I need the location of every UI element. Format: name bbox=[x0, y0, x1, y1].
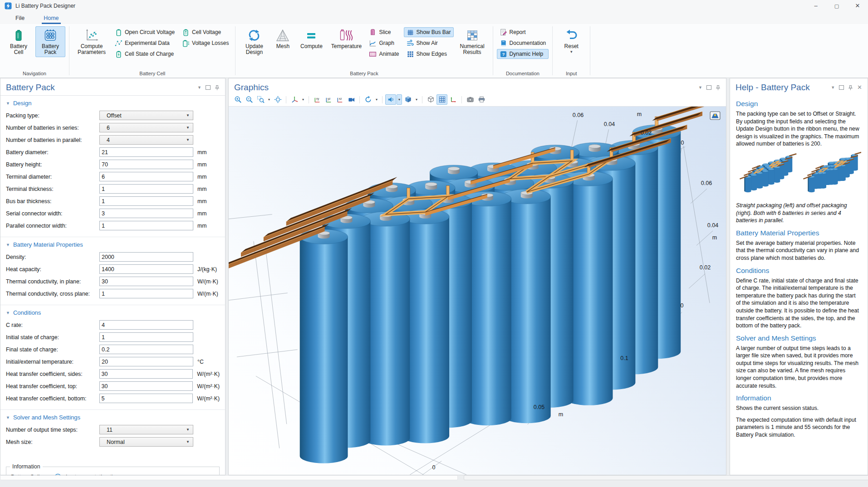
field-input[interactable] bbox=[99, 381, 193, 391]
pin-icon[interactable] bbox=[716, 85, 721, 91]
field-input[interactable] bbox=[99, 172, 193, 181]
reset-dropdown-caret[interactable]: ▾ bbox=[570, 51, 573, 53]
field-input[interactable] bbox=[99, 357, 193, 366]
field-input[interactable] bbox=[99, 184, 193, 194]
field-input[interactable] bbox=[99, 332, 193, 342]
field-input[interactable] bbox=[99, 160, 193, 169]
perspective-button[interactable] bbox=[346, 94, 357, 105]
field-input[interactable] bbox=[99, 320, 193, 330]
field-input[interactable] bbox=[99, 277, 193, 286]
view-yz-button[interactable] bbox=[323, 94, 334, 105]
update-design-button[interactable]: Update Design bbox=[239, 26, 269, 57]
panel-menu-icon[interactable]: ▼ bbox=[831, 85, 835, 90]
scene-light-dropdown-caret[interactable]: ▾ bbox=[414, 94, 419, 105]
ribbon-group-label-battery-cell: Battery Cell bbox=[69, 70, 235, 78]
view-xy-button[interactable] bbox=[312, 94, 323, 105]
pin-icon[interactable] bbox=[215, 85, 220, 91]
field-input[interactable] bbox=[99, 289, 193, 298]
field-label: Serial connector width: bbox=[6, 210, 99, 217]
compute-parameters-label: Compute Parameters bbox=[74, 44, 109, 56]
go-to-view-button[interactable] bbox=[289, 94, 300, 105]
default-view-icon[interactable] bbox=[710, 111, 721, 120]
rotate-button[interactable] bbox=[363, 94, 373, 105]
compute-button[interactable]: Compute bbox=[296, 26, 326, 51]
slice-button[interactable]: Slice bbox=[366, 27, 402, 37]
zoom-box-dropdown-caret[interactable]: ▾ bbox=[266, 94, 272, 105]
field-input[interactable] bbox=[99, 209, 193, 218]
transparency-button[interactable] bbox=[385, 94, 396, 105]
float-panel-icon[interactable] bbox=[206, 85, 211, 90]
show-bus-bar-button[interactable]: Show Bus Bar bbox=[404, 27, 454, 37]
view-xz-button[interactable] bbox=[334, 94, 345, 105]
zoom-extents-button[interactable] bbox=[272, 94, 283, 105]
documentation-icon bbox=[500, 39, 507, 47]
axis-tick-label: 0.02 bbox=[641, 130, 652, 136]
temperature-button[interactable]: Temperature bbox=[328, 26, 364, 51]
graphics-canvas[interactable]: 0.060.04m0.0200.060.04m0.0200.10.05m0 bbox=[229, 106, 726, 475]
report-button[interactable]: Report bbox=[497, 27, 549, 37]
zoom-out-button[interactable] bbox=[244, 94, 255, 105]
panel-menu-icon[interactable]: ▼ bbox=[197, 85, 201, 90]
field-input[interactable] bbox=[99, 252, 193, 262]
documentation-button[interactable]: Documentation bbox=[497, 38, 549, 48]
wireframe-button[interactable] bbox=[425, 94, 436, 105]
field-input[interactable] bbox=[99, 345, 193, 354]
print-button[interactable] bbox=[476, 94, 487, 105]
float-panel-icon[interactable] bbox=[839, 85, 844, 90]
show-edges-button[interactable]: Show Edges bbox=[404, 49, 454, 59]
go-to-view-dropdown-caret[interactable]: ▾ bbox=[300, 94, 306, 105]
field-select[interactable]: 11▼ bbox=[99, 425, 193, 434]
panel-menu-icon[interactable]: ▼ bbox=[698, 85, 702, 90]
dynamic-help-button[interactable]: Dynamic Help bbox=[497, 49, 549, 59]
transparency-dropdown-caret[interactable]: ▾ bbox=[397, 94, 402, 105]
cell-voltage-button[interactable]: Cell Voltage bbox=[179, 27, 231, 37]
chevron-down-icon: ▼ bbox=[6, 101, 10, 106]
section-header[interactable]: ▼Solver and Mesh Settings bbox=[6, 412, 220, 425]
zoom-box-button[interactable] bbox=[255, 94, 266, 105]
field-input[interactable] bbox=[99, 264, 193, 274]
field-input[interactable] bbox=[99, 196, 193, 206]
mesh-button[interactable]: Mesh bbox=[271, 26, 294, 51]
battery-cell-button[interactable]: Battery Cell bbox=[4, 26, 34, 57]
battery-pack-icon bbox=[44, 29, 57, 42]
field-input[interactable] bbox=[99, 369, 193, 379]
zoom-in-button[interactable] bbox=[232, 94, 243, 105]
help-panel: Help - Battery Pack ▼ ✕ Design The packi… bbox=[730, 78, 868, 475]
scene-light-button[interactable] bbox=[402, 94, 413, 105]
voltage-losses-button[interactable]: Voltage Losses bbox=[179, 38, 231, 48]
minimize-button[interactable]: – bbox=[805, 0, 826, 12]
show-axis-orientation-button[interactable] bbox=[448, 94, 459, 105]
section-header[interactable]: ▼Battery Material Properties bbox=[6, 239, 220, 252]
reset-button[interactable]: Reset ▾ bbox=[556, 26, 586, 54]
tab-file[interactable]: File bbox=[14, 13, 26, 24]
field-input[interactable] bbox=[99, 221, 193, 230]
experimental-data-button[interactable]: Experimental Data bbox=[112, 38, 177, 48]
tab-home[interactable]: Home bbox=[42, 13, 60, 24]
close-panel-icon[interactable]: ✕ bbox=[857, 85, 862, 90]
cell-state-of-charge-button[interactable]: Cell State of Charge bbox=[112, 49, 177, 59]
show-air-button[interactable]: Show Air bbox=[404, 38, 454, 48]
field-input[interactable] bbox=[99, 394, 193, 403]
snapshot-button[interactable] bbox=[465, 94, 476, 105]
field-select[interactable]: Normal▼ bbox=[99, 437, 193, 447]
field-select[interactable]: Offset▼ bbox=[99, 111, 193, 120]
animate-button[interactable]: Animate bbox=[366, 49, 402, 59]
section-header[interactable]: ▼Conditions bbox=[6, 307, 220, 320]
battery-pack-3d-scene bbox=[229, 107, 726, 475]
compute-parameters-button[interactable]: Compute Parameters bbox=[73, 26, 110, 57]
close-button[interactable]: ✕ bbox=[847, 0, 868, 12]
float-panel-icon[interactable] bbox=[706, 85, 711, 90]
field-input[interactable] bbox=[99, 147, 193, 157]
show-grid-button[interactable] bbox=[436, 94, 447, 105]
graph-button[interactable]: Graph bbox=[366, 38, 402, 48]
open-circuit-voltage-button[interactable]: Open Circuit Voltage bbox=[112, 27, 177, 37]
field-select[interactable]: 4▼ bbox=[99, 135, 193, 145]
battery-pack-button[interactable]: Battery Pack bbox=[35, 26, 65, 57]
numerical-results-button[interactable]: Numerical Results bbox=[456, 26, 489, 57]
maximize-button[interactable]: ▢ bbox=[826, 0, 847, 12]
unit-label: mm bbox=[197, 198, 207, 205]
rotate-dropdown-caret[interactable]: ▾ bbox=[374, 94, 379, 105]
field-select[interactable]: 6▼ bbox=[99, 123, 193, 132]
section-header[interactable]: ▼Design bbox=[6, 98, 220, 111]
pin-icon[interactable] bbox=[848, 85, 853, 91]
